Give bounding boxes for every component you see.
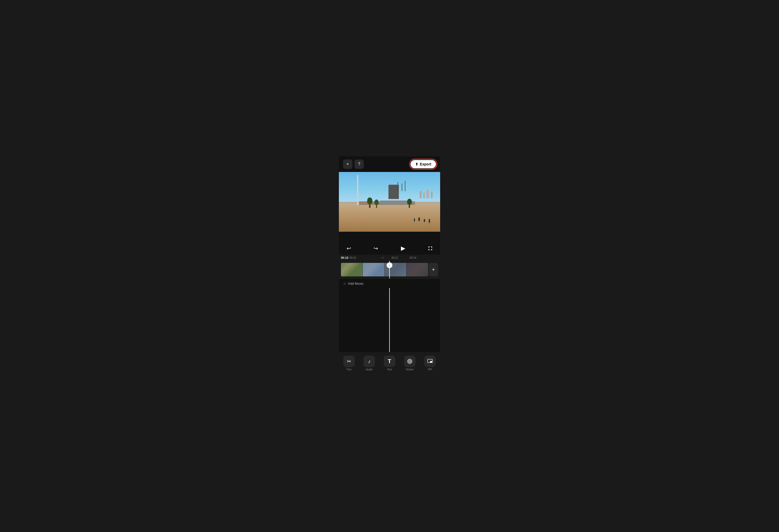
sticker-label: Sticker <box>406 368 414 371</box>
toolbar-item-text[interactable]: T Text <box>379 354 400 372</box>
playhead-icon: ↕ <box>389 264 390 267</box>
toolbar-item-sticker[interactable]: Sticker <box>400 354 420 372</box>
scissors-icon: ✂ <box>347 358 351 364</box>
playhead-handle[interactable]: ↕ <box>386 262 393 268</box>
app-container: × ? ⬆ Export <box>339 156 440 376</box>
toolbar-item-audio[interactable]: ♪ Audio <box>359 354 379 372</box>
bottom-toolbar: ✂ Trim ♪ Audio T Text Sticker <box>339 352 440 376</box>
spear-3 <box>405 181 405 191</box>
current-time: 00:12 <box>341 256 348 259</box>
timeline-track[interactable]: ↕ + <box>339 261 440 279</box>
audio-icon-wrap: ♪ <box>364 356 375 367</box>
video-black-bar <box>339 232 440 242</box>
add-music-label: Add Music <box>348 282 364 286</box>
person-1 <box>418 218 420 221</box>
fullscreen-button[interactable] <box>426 244 435 253</box>
pip-icon <box>427 358 433 364</box>
svg-rect-3 <box>430 361 432 362</box>
header-left: × ? <box>343 160 364 169</box>
toolbar-item-trim[interactable]: ✂ Trim <box>339 354 359 372</box>
audio-label: Audio <box>366 368 373 371</box>
current-time-display: 00:12/ 00:21 <box>341 256 356 259</box>
export-label: Export <box>420 162 431 166</box>
statue-figure <box>388 185 399 199</box>
timeline-ruler: 00:12/ 00:21 10 00:12 00:14 <box>339 254 440 261</box>
text-icon-wrap: T <box>384 356 395 367</box>
upload-icon: ⬆ <box>415 162 418 166</box>
trim-icon-wrap: ✂ <box>343 356 355 367</box>
video-preview <box>339 172 440 232</box>
ground <box>339 205 440 232</box>
person-3 <box>414 218 415 222</box>
buildings <box>420 190 435 200</box>
header: × ? ⬆ Export <box>339 156 440 172</box>
music-note-icon: ♫ <box>343 281 346 286</box>
total-time: / 00:21 <box>348 256 356 259</box>
video-strip <box>341 263 428 276</box>
add-music-row[interactable]: ♫ Add Music <box>339 279 440 288</box>
marker-14: 00:14 <box>410 256 416 259</box>
text-label: Text <box>387 368 392 371</box>
person-4 <box>429 219 430 223</box>
pip-icon-wrap <box>424 356 436 367</box>
timeline-line-area <box>339 288 440 352</box>
export-button[interactable]: ⬆ Export <box>411 160 436 168</box>
pip-label: PIP <box>428 368 432 371</box>
playback-controls: ↩ ↪ ▶ <box>339 242 440 254</box>
undo-button[interactable]: ↩ <box>344 244 353 253</box>
strip-segment-4 <box>406 263 428 276</box>
audio-note-icon: ♪ <box>368 358 370 364</box>
tree-right <box>407 199 412 208</box>
spear-1 <box>398 182 398 191</box>
close-button[interactable]: × <box>343 160 352 169</box>
video-frame <box>339 172 440 232</box>
spear-2 <box>402 183 402 191</box>
person-2 <box>424 219 425 222</box>
sticker-icon <box>407 358 413 364</box>
help-button[interactable]: ? <box>354 160 364 169</box>
marker-12: 00:12 <box>392 256 398 259</box>
play-button[interactable]: ▶ <box>398 244 408 253</box>
toolbar-item-pip[interactable]: PIP <box>420 354 440 372</box>
trim-label: Trim <box>346 368 352 371</box>
strip-segment-1 <box>341 263 363 276</box>
text-icon: T <box>388 358 391 365</box>
timeline-vertical-line <box>389 288 390 352</box>
marker-10: 10 <box>381 256 384 259</box>
tree-left <box>367 197 372 208</box>
redo-button[interactable]: ↪ <box>371 244 381 253</box>
add-clip-button[interactable]: + <box>429 263 438 276</box>
strip-segment-2 <box>363 263 384 276</box>
fullscreen-icon <box>428 246 433 251</box>
sticker-icon-wrap <box>404 356 415 367</box>
tree-center-left <box>374 199 378 208</box>
